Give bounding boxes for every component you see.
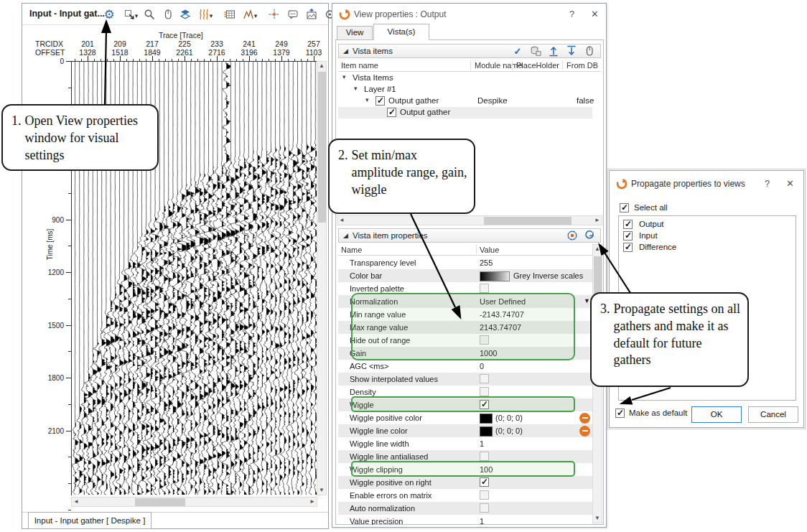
vp-hscrollbar[interactable]: ◄ ► xyxy=(337,215,602,225)
property-row[interactable]: AGC <ms>0 xyxy=(338,360,592,373)
section-collapse-icon[interactable]: ◢ xyxy=(343,232,348,239)
ok-button[interactable]: OK xyxy=(691,406,742,423)
comment-icon[interactable] xyxy=(286,8,299,21)
dropdown-arrow-icon[interactable]: ▾ xyxy=(253,9,258,22)
property-checkbox[interactable] xyxy=(480,400,489,409)
close-icon[interactable]: ✕ xyxy=(591,9,599,19)
check-icon[interactable]: ✓ xyxy=(511,45,524,57)
colorbar-swatch[interactable] xyxy=(480,271,510,281)
property-checkbox[interactable] xyxy=(480,477,489,487)
property-value[interactable]: 0 xyxy=(480,362,484,370)
scroll-up-icon[interactable]: ▲ xyxy=(593,245,602,253)
property-checkbox[interactable] xyxy=(480,284,489,293)
view-row-input[interactable]: Input xyxy=(622,230,793,242)
column-header[interactable]: Name xyxy=(341,246,362,254)
property-value[interactable]: User Defined xyxy=(480,297,526,306)
hscroll-thumb[interactable] xyxy=(484,217,572,225)
property-row[interactable]: Enable errors on matrix xyxy=(338,489,592,502)
mouse-select-icon[interactable] xyxy=(162,8,174,21)
close-icon[interactable]: ✕ xyxy=(786,178,794,189)
property-row[interactable]: Gain1000 xyxy=(338,347,592,360)
tree-row[interactable]: ▾Output gatherDespikefalse xyxy=(338,95,592,107)
property-row[interactable]: Hide out of range xyxy=(338,334,592,347)
spreadsheet-icon[interactable] xyxy=(223,8,236,21)
help-button[interactable]: ? xyxy=(765,178,770,189)
target-icon[interactable] xyxy=(566,229,579,242)
property-row[interactable]: Wiggle positive color(0; 0; 0) xyxy=(338,411,592,424)
scroll-down-icon[interactable]: ▼ xyxy=(317,486,326,495)
property-row[interactable]: Wiggle line antialiased xyxy=(338,450,592,463)
undo-icon[interactable] xyxy=(583,229,596,242)
view-row-difference[interactable]: Difference xyxy=(622,242,793,253)
property-row[interactable]: Show interpolated values xyxy=(338,373,592,386)
vista-items-header[interactable]: ◢ Vista items ✓ xyxy=(338,44,601,58)
scroll-down-icon[interactable]: ▼ xyxy=(593,514,602,523)
column-header[interactable]: Item name xyxy=(341,61,378,70)
property-row[interactable]: NormalizationUser Defined▼ xyxy=(338,295,592,308)
column-header[interactable]: Module name xyxy=(475,61,523,70)
property-row[interactable]: Transparency level255 xyxy=(338,256,592,269)
gear-icon[interactable]: ⚙ xyxy=(103,8,116,21)
property-row[interactable]: Density xyxy=(338,386,592,398)
property-value[interactable]: 1000 xyxy=(480,349,497,358)
vista-item-properties-header[interactable]: ◢ Vista item properties xyxy=(338,228,601,243)
property-value[interactable]: 1 xyxy=(480,517,484,526)
tree-row[interactable]: Output gather xyxy=(338,107,592,118)
property-row[interactable]: Color barGrey Inverse scales xyxy=(338,269,592,282)
property-row[interactable]: Wiggle positive on right xyxy=(338,476,592,489)
property-checkbox[interactable] xyxy=(480,452,489,461)
property-checkbox[interactable] xyxy=(480,387,489,396)
property-checkbox[interactable] xyxy=(480,335,489,345)
property-value[interactable]: 1 xyxy=(480,439,484,448)
tree-item-checkbox[interactable] xyxy=(375,96,385,106)
select-all-checkbox[interactable] xyxy=(620,203,629,213)
property-row[interactable]: Inverted palette xyxy=(338,282,592,295)
remove-color-icon[interactable] xyxy=(579,413,590,424)
remove-color-icon[interactable] xyxy=(579,426,590,437)
column-header[interactable]: Value xyxy=(480,246,499,254)
seismic-vscrollbar[interactable]: ▲ ▼ xyxy=(317,61,327,495)
tree-item-checkbox[interactable] xyxy=(387,108,396,117)
property-value[interactable]: 100 xyxy=(480,465,493,474)
vscroll-thumb[interactable] xyxy=(318,72,326,223)
view-checkbox[interactable] xyxy=(623,243,633,252)
dropdown-arrow-icon[interactable]: ▼ xyxy=(584,297,590,304)
property-value[interactable]: -2143.74707 xyxy=(480,310,524,319)
scroll-left-icon[interactable]: ◄ xyxy=(72,498,80,506)
make-default-checkbox[interactable] xyxy=(615,409,625,418)
hscroll-thumb[interactable] xyxy=(135,498,185,506)
property-row[interactable]: Auto normalization xyxy=(338,502,592,515)
import-up-icon[interactable] xyxy=(547,45,560,57)
zoom-icon[interactable] xyxy=(143,8,156,21)
tab-view[interactable]: View xyxy=(337,26,373,39)
property-row[interactable]: Wiggle line color(0; 0; 0) xyxy=(338,424,592,437)
cancel-button[interactable]: Cancel xyxy=(748,406,798,423)
view-checkbox[interactable] xyxy=(623,220,633,229)
property-value[interactable]: 255 xyxy=(480,258,493,267)
tree-expander-icon[interactable]: ▾ xyxy=(354,85,358,92)
property-row[interactable]: Wiggle xyxy=(338,398,592,411)
column-header[interactable]: PlaceHolder xyxy=(516,61,559,70)
property-checkbox[interactable] xyxy=(480,503,489,513)
database-copy-icon[interactable] xyxy=(529,45,542,57)
dropdown-arrow-icon[interactable]: ▾ xyxy=(208,9,214,22)
property-checkbox[interactable] xyxy=(480,374,489,383)
tree-expander-icon[interactable]: ▾ xyxy=(342,73,346,80)
scroll-right-icon[interactable]: ► xyxy=(593,216,602,225)
crosshair-icon[interactable] xyxy=(268,8,281,21)
export-image-icon[interactable] xyxy=(305,8,318,21)
color-swatch[interactable] xyxy=(480,426,493,437)
gather-tab[interactable]: Input - Input gather [ Despike ] xyxy=(28,512,151,529)
mouse-select-icon[interactable] xyxy=(583,45,596,57)
scroll-right-icon[interactable]: ► xyxy=(308,498,317,506)
help-button[interactable]: ? xyxy=(569,9,574,19)
dropdown-arrow-icon[interactable]: ▾ xyxy=(134,9,139,22)
property-checkbox[interactable] xyxy=(480,490,489,500)
export-down-icon[interactable] xyxy=(565,45,578,57)
tree-expander-icon[interactable]: ▾ xyxy=(365,96,369,103)
tree-row[interactable]: ▾Layer #1 xyxy=(338,84,592,95)
view-row-output[interactable]: Output xyxy=(622,219,793,230)
seismic-hscrollbar[interactable]: ◄ ► xyxy=(71,497,317,507)
property-value[interactable]: 2143.74707 xyxy=(480,323,521,332)
column-header[interactable]: From DB xyxy=(566,61,598,70)
